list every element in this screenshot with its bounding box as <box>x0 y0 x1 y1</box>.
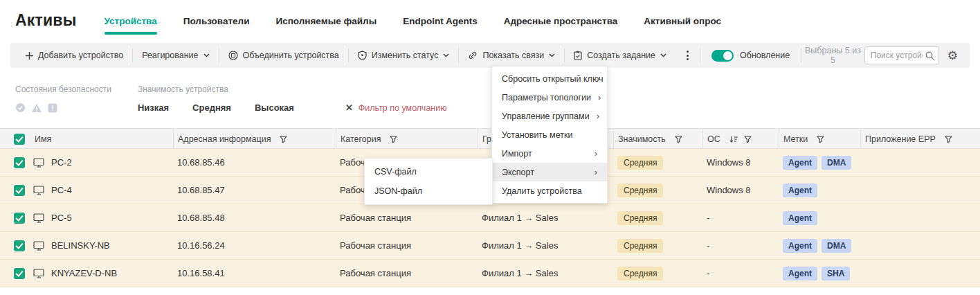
page-header: Активы Устройства Пользователи Исполняем… <box>0 0 980 40</box>
tab-executables[interactable]: Исполняемые файлы <box>275 16 376 35</box>
category-cell: Рабочая станция <box>336 240 478 251</box>
menu-item-delete-devices[interactable]: Удалить устройства <box>492 181 607 200</box>
ip-cell: 10.68.85.47 <box>173 185 336 195</box>
show-links-button[interactable]: Показать связи <box>459 43 564 68</box>
status-critical-icon[interactable] <box>48 103 57 113</box>
tab-endpoint-agents[interactable]: Endpoint Agents <box>403 16 478 35</box>
menu-item-reset-public-key[interactable]: Сбросить открытый ключ <box>492 69 607 88</box>
col-epp[interactable]: Приложение EPP <box>860 129 980 150</box>
submenu-item-json[interactable]: JSON-файл <box>365 181 492 201</box>
col-severity[interactable]: Значимость <box>613 129 702 150</box>
menu-item-group-management[interactable]: Управление группами › <box>492 107 607 125</box>
status-ok-icon[interactable] <box>15 102 26 113</box>
add-device-button[interactable]: Добавить устройство <box>17 43 132 68</box>
show-links-label: Показать связи <box>482 51 544 60</box>
ip-cell: 10.68.85.48 <box>173 213 336 223</box>
filter-icon[interactable] <box>280 136 287 143</box>
tab-users[interactable]: Пользователи <box>183 16 250 35</box>
menu-item-set-tags[interactable]: Установить метки <box>492 125 607 144</box>
severity-high[interactable]: Высокая <box>255 102 294 113</box>
link-icon <box>468 51 478 60</box>
device-name[interactable]: PC-5 <box>51 213 72 223</box>
create-task-button[interactable]: Создать задание <box>565 43 675 68</box>
device-name[interactable]: PC-4 <box>51 185 72 195</box>
table-row[interactable]: KNYAZEV-D-NB 10.16.58.41 Рабочая станция… <box>0 260 980 287</box>
submenu-arrow-icon: › <box>595 148 597 159</box>
filter-icon[interactable] <box>817 136 824 143</box>
row-checkbox[interactable] <box>14 185 25 196</box>
row-checkbox[interactable] <box>14 157 25 168</box>
refresh-toggle-group: Обновление <box>700 50 801 62</box>
select-all-checkbox[interactable] <box>14 134 25 145</box>
assets-page: Активы Устройства Пользователи Исполняем… <box>0 0 980 295</box>
tab-devices[interactable]: Устройства <box>105 16 157 35</box>
status-warning-icon[interactable] <box>31 103 42 113</box>
monitor-icon <box>33 213 44 223</box>
tag-badge: DMA <box>822 156 851 170</box>
filter-icon[interactable] <box>945 136 952 143</box>
severity-low[interactable]: Низкая <box>138 102 169 113</box>
col-name[interactable]: Имя <box>30 129 173 150</box>
response-label: Реагирование <box>142 51 198 60</box>
ip-cell: 10.68.85.46 <box>173 157 336 168</box>
page-title: Активы <box>15 11 77 30</box>
merge-devices-label: Объединить устройства <box>243 51 339 60</box>
row-checkbox[interactable] <box>14 268 25 279</box>
col-os[interactable]: ОС <box>702 129 779 150</box>
close-icon[interactable]: ✕ <box>345 102 353 113</box>
row-checkbox[interactable] <box>14 213 25 224</box>
menu-item-topology-params[interactable]: Параметры топологии › <box>492 88 607 107</box>
merge-devices-icon <box>228 51 238 60</box>
severity-badge: Средняя <box>617 156 663 170</box>
submenu-arrow-icon: › <box>598 92 601 102</box>
device-name[interactable]: PC-2 <box>51 157 72 168</box>
change-status-label: Изменить статус <box>372 51 439 60</box>
export-submenu: CSV-файл JSON-файл <box>364 158 493 205</box>
filters-panel: Состояния безопасности Значимость устрой… <box>15 84 447 113</box>
submenu-arrow-icon: › <box>597 111 599 121</box>
filter-icon[interactable] <box>675 136 682 143</box>
table-row[interactable]: BELINSKY-NB 10.16.56.24 Рабочая станция … <box>0 232 980 260</box>
merge-devices-button[interactable]: Объединить устройства <box>219 43 348 68</box>
row-checkbox[interactable] <box>14 240 25 251</box>
tab-active-polling[interactable]: Активный опрос <box>644 16 721 35</box>
col-os-label: ОС <box>707 134 720 144</box>
col-category[interactable]: Категория <box>336 129 478 150</box>
tag-badge: Agent <box>783 156 817 170</box>
submenu-item-csv[interactable]: CSV-файл <box>365 162 492 181</box>
col-address-label: Адресная информация <box>178 134 271 144</box>
col-tags[interactable]: Метки <box>779 129 860 150</box>
filter-icon[interactable] <box>390 136 397 143</box>
default-filter-chip[interactable]: ✕ Фильтр по умолчанию <box>345 102 447 113</box>
group-cell: Филиал 1 → Sales <box>478 213 613 223</box>
device-name[interactable]: KNYAZEV-D-NB <box>51 268 117 278</box>
kebab-menu-button[interactable] <box>675 51 700 60</box>
refresh-toggle[interactable] <box>711 50 734 62</box>
response-button[interactable]: Реагирование <box>133 43 218 68</box>
menu-item-import[interactable]: Импорт › <box>492 144 607 163</box>
search-input[interactable] <box>871 51 923 60</box>
search-box <box>864 46 939 64</box>
refresh-toggle-label: Обновление <box>740 51 790 60</box>
tab-address-spaces[interactable]: Адресные пространства <box>504 16 618 35</box>
monitor-icon <box>33 241 44 251</box>
change-status-button[interactable]: Изменить статус <box>349 43 459 68</box>
menu-item-export[interactable]: Экспорт › <box>492 163 607 181</box>
tag-badge: Agent <box>783 184 817 197</box>
security-states-filter: Состояния безопасности <box>15 84 111 113</box>
group-cell: Филиал 1 → Sales <box>478 240 613 251</box>
tag-badge: DMA <box>822 239 851 253</box>
os-cell: Windows 8 <box>702 185 779 195</box>
device-name[interactable]: BELINSKY-NB <box>51 240 110 251</box>
chevron-down-icon <box>549 53 555 57</box>
filter-icon[interactable] <box>744 136 752 143</box>
chevron-down-icon <box>660 53 666 57</box>
severity-medium[interactable]: Средняя <box>192 102 231 113</box>
search-icon[interactable] <box>925 51 934 60</box>
severity-filter-label: Значимость устройства <box>138 84 447 94</box>
col-address[interactable]: Адресная информация <box>173 129 336 150</box>
sort-descending-icon[interactable] <box>729 136 738 143</box>
table-row[interactable]: PC-5 10.68.85.48 Рабочая станция Филиал … <box>0 204 980 232</box>
severity-badge: Средняя <box>617 211 663 225</box>
gear-icon[interactable]: ⚙ <box>939 50 963 62</box>
